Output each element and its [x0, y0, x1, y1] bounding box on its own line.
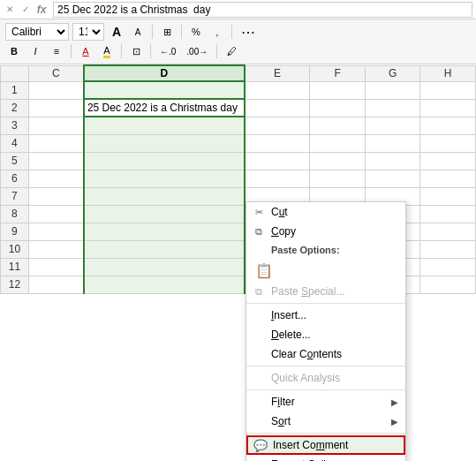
cell-d3[interactable]	[84, 117, 245, 134]
col-header-e[interactable]: E	[245, 65, 310, 81]
cell-e3[interactable]	[245, 117, 310, 134]
ctx-format-cells[interactable]: ⊞ Format Cells...	[246, 455, 405, 461]
ribbon-divider-3	[231, 25, 232, 39]
cell-h10[interactable]	[420, 240, 476, 258]
cell-d11[interactable]	[84, 258, 245, 276]
confirm-icon[interactable]: ✓	[19, 4, 32, 14]
cell-e5[interactable]	[245, 152, 310, 170]
cell-h5[interactable]	[420, 152, 476, 170]
function-icon[interactable]: fx	[35, 4, 48, 16]
align-btn[interactable]: ≡	[48, 42, 65, 60]
ctx-filter[interactable]: Filter ▶	[246, 392, 405, 412]
cell-c1[interactable]	[28, 81, 84, 99]
cell-h1[interactable]	[420, 81, 476, 99]
cell-f6[interactable]	[310, 170, 366, 187]
cell-e6[interactable]	[245, 170, 310, 187]
percent-btn[interactable]: %	[187, 23, 205, 41]
app-container: ✕ ✓ fx Calibri 11 A A ⊞ % , ⋯ B I	[0, 0, 476, 461]
col-header-g[interactable]: G	[365, 65, 420, 81]
cell-d8[interactable]	[84, 205, 245, 223]
ctx-cut[interactable]: ✂ Cut	[246, 202, 405, 222]
ribbon-divider-4	[71, 44, 72, 58]
cell-e4[interactable]	[245, 134, 310, 152]
cell-d5[interactable]	[84, 152, 245, 170]
font-shrink-btn[interactable]: A	[129, 23, 147, 41]
italic-btn[interactable]: I	[26, 42, 44, 60]
cell-c10[interactable]	[28, 240, 84, 258]
ctx-paste-icon-row[interactable]: 📋	[246, 259, 405, 282]
ctx-insert-comment-label: Insert Comment	[273, 439, 348, 451]
cell-d2[interactable]: 25 Dec 2022 is a Christmas day	[84, 99, 245, 117]
cell-f1[interactable]	[310, 81, 366, 99]
font-size-select[interactable]: 11	[72, 23, 104, 41]
cell-g2[interactable]	[365, 99, 420, 117]
cell-h7[interactable]	[420, 187, 476, 205]
cell-d6[interactable]	[84, 170, 245, 187]
font-grow-btn[interactable]: A	[108, 23, 125, 41]
col-header-d[interactable]: D	[84, 65, 245, 81]
cell-c11[interactable]	[28, 258, 84, 276]
ctx-insert-comment[interactable]: 💬 Insert Comment	[246, 435, 405, 455]
cell-h2[interactable]	[420, 99, 476, 117]
cell-c9[interactable]	[28, 223, 84, 240]
cell-f2[interactable]	[310, 99, 366, 117]
cell-h3[interactable]	[420, 117, 476, 134]
cell-f3[interactable]	[310, 117, 366, 134]
cell-h11[interactable]	[420, 258, 476, 276]
col-header-h[interactable]: H	[420, 65, 476, 81]
cell-c2[interactable]	[28, 99, 84, 117]
ctx-sort[interactable]: Sort ▶	[246, 412, 405, 431]
paint-format-btn[interactable]: 🖊	[223, 42, 240, 60]
cell-c3[interactable]	[28, 117, 84, 134]
ctx-filter-label: Filter	[271, 396, 295, 408]
col-header-c[interactable]: C	[28, 65, 84, 81]
cell-f5[interactable]	[310, 152, 366, 170]
filter-arrow-icon: ▶	[391, 397, 398, 407]
cell-h12[interactable]	[420, 276, 476, 293]
font-name-select[interactable]: Calibri	[5, 23, 69, 41]
cell-d9[interactable]	[84, 223, 245, 240]
cell-h6[interactable]	[420, 170, 476, 187]
cell-border-btn[interactable]: ⊡	[127, 42, 145, 60]
cell-c5[interactable]	[28, 152, 84, 170]
cell-g5[interactable]	[365, 152, 420, 170]
cell-d7[interactable]	[84, 187, 245, 205]
cell-h8[interactable]	[420, 205, 476, 223]
ctx-clear-contents[interactable]: Clear Contents	[246, 344, 405, 364]
cell-d12[interactable]	[84, 276, 245, 293]
cell-d1[interactable]	[84, 81, 245, 99]
cell-c8[interactable]	[28, 205, 84, 223]
cell-g1[interactable]	[365, 81, 420, 99]
decimal-dec-btn[interactable]: .00→	[183, 42, 211, 60]
border-wrap-btn[interactable]: ⊞	[158, 23, 176, 41]
cell-e1[interactable]	[245, 81, 310, 99]
cell-d10[interactable]	[84, 240, 245, 258]
cell-g4[interactable]	[365, 134, 420, 152]
cancel-icon[interactable]: ✕	[4, 4, 16, 14]
comma-btn[interactable]: ,	[208, 23, 226, 41]
formula-input[interactable]	[53, 2, 472, 18]
ctx-delete[interactable]: Delete...	[246, 325, 405, 344]
row-num-9: 9	[1, 223, 29, 240]
cell-h9[interactable]	[420, 223, 476, 240]
ctx-insert[interactable]: Insert...	[246, 306, 405, 325]
cell-f4[interactable]	[310, 134, 366, 152]
more-options-btn[interactable]: ⋯	[238, 23, 259, 41]
cell-d4[interactable]	[84, 134, 245, 152]
cell-e2[interactable]	[245, 99, 310, 117]
font-color-btn[interactable]: A	[77, 42, 94, 60]
highlight-btn[interactable]: A	[98, 42, 116, 60]
decimal-inc-btn[interactable]: ←.0	[156, 42, 179, 60]
bold-btn[interactable]: B	[5, 42, 23, 60]
cell-g3[interactable]	[365, 117, 420, 134]
cell-c12[interactable]	[28, 276, 84, 293]
ctx-separator-4	[246, 433, 405, 434]
cell-h4[interactable]	[420, 134, 476, 152]
ctx-copy[interactable]: ⧉ Copy	[246, 222, 405, 241]
col-header-f[interactable]: F	[310, 65, 366, 81]
cell-g6[interactable]	[365, 170, 420, 187]
cell-c4[interactable]	[28, 134, 84, 152]
cell-c7[interactable]	[28, 187, 84, 205]
copy-icon: ⧉	[252, 224, 266, 238]
cell-c6[interactable]	[28, 170, 84, 187]
